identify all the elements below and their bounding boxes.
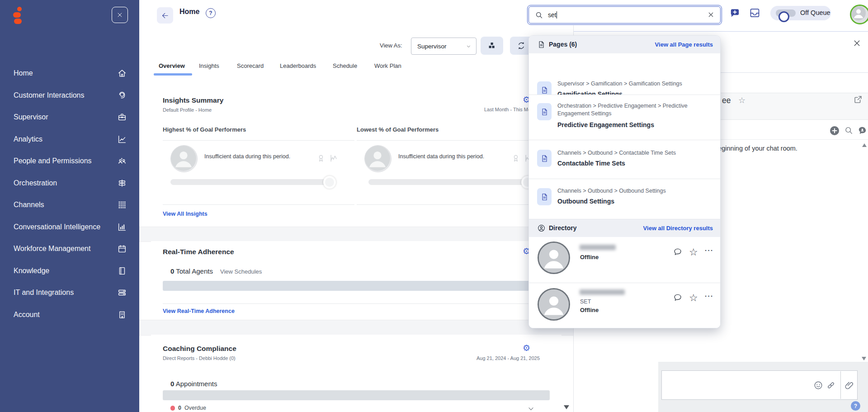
sidebar-item-customer-interactions[interactable]: Customer Interactions: [0, 85, 139, 106]
new-chat-icon[interactable]: [729, 7, 741, 19]
medal-icon: [316, 153, 326, 163]
signpost-icon: [117, 178, 127, 188]
inbox-icon[interactable]: [749, 7, 761, 19]
view-as-label: View As:: [380, 42, 402, 49]
divider: [357, 204, 550, 205]
redacted-name: [580, 289, 625, 295]
result-breadcrumb: Channels > Outbound > Outbound Settings: [557, 187, 714, 195]
dashboard-layout-button[interactable]: [481, 37, 503, 55]
sidebar-item-channels[interactable]: Channels: [0, 194, 139, 216]
insights-summary-widget: Insights Summary Default Profile - Home …: [151, 90, 561, 227]
sidebar-item-supervisor[interactable]: Supervisor: [0, 106, 139, 128]
directory-result-row[interactable]: Offline ☆ ···: [529, 237, 720, 283]
link-icon[interactable]: [826, 380, 836, 390]
sidebar-item-label: Conversational Intelligence: [14, 223, 100, 231]
message-composer: [658, 362, 868, 412]
gear-icon[interactable]: ⚙: [523, 344, 530, 352]
progress-bar: [170, 179, 331, 185]
scrollbar-down-arrow[interactable]: [564, 405, 569, 409]
sidebar-item-knowledge[interactable]: Knowledge: [0, 260, 139, 282]
view-schedules-link[interactable]: View Schedules: [220, 268, 262, 275]
close-panel-icon[interactable]: [852, 38, 862, 48]
sidebar-item-label: Workforce Management: [14, 245, 90, 253]
presence-status: Offline: [580, 254, 599, 260]
chat-icon[interactable]: [673, 247, 683, 257]
app-window: Home Customer Interactions Supervisor An…: [0, 0, 868, 412]
add-participant-icon[interactable]: [829, 125, 840, 136]
card-gap: [139, 227, 573, 242]
open-in-new-window-icon[interactable]: [853, 95, 863, 104]
view-all-page-results-link[interactable]: View all Page results: [655, 41, 713, 48]
overdue-dot: [170, 406, 175, 411]
sidebar-item-conversational-intelligence[interactable]: Conversational Intelligence: [0, 216, 139, 238]
result-breadcrumb: Supervisor > Gamification > Gamification…: [557, 80, 714, 88]
sidebar-item-people-and-permissions[interactable]: People and Permissions: [0, 150, 139, 172]
queue-status-control[interactable]: Off Queue: [770, 6, 831, 20]
coaching-compliance-widget: Coaching Compliance Direct Reports - Deb…: [151, 335, 561, 412]
chat-icon[interactable]: [673, 293, 683, 303]
tab-overview[interactable]: Overview: [159, 62, 185, 69]
view-all-insights-link[interactable]: View All Insights: [163, 211, 208, 217]
more-options-icon[interactable]: ···: [705, 246, 714, 254]
more-options-icon[interactable]: ···: [705, 292, 714, 300]
attachment-icon[interactable]: [844, 380, 855, 391]
page-result-contactable-time-sets[interactable]: Channels > Outbound > Contactable Time S…: [529, 140, 720, 179]
view-all-directory-results-link[interactable]: View all Directory results: [643, 225, 713, 232]
result-title: Contactable Time Sets: [557, 160, 625, 167]
briefcase-icon: [117, 112, 127, 122]
sidebar-item-it-and-integrations[interactable]: IT and Integrations: [0, 282, 139, 303]
result-breadcrumb: Orchestration > Predictive Engagement > …: [557, 102, 714, 118]
sidebar-item-workforce-management[interactable]: Workforce Management: [0, 238, 139, 260]
divider: [163, 140, 354, 141]
medal-icon: [511, 153, 521, 163]
global-search-input[interactable]: set: [528, 6, 721, 24]
user-avatar[interactable]: [850, 5, 868, 24]
search-icon: [535, 11, 543, 19]
chevron-down-icon: [466, 44, 471, 49]
sidebar-item-account[interactable]: Account: [0, 304, 139, 326]
help-badge-icon[interactable]: ?: [851, 401, 860, 411]
coaching-date-range: Aug 21, 2024 - Aug 21, 2025: [452, 355, 540, 361]
directory-result-row[interactable]: SET Offline ☆ ···: [529, 283, 720, 328]
sidebar-item-analytics[interactable]: Analytics: [0, 128, 139, 150]
page-result-outbound-settings[interactable]: Channels > Outbound > Outbound Settings …: [529, 179, 720, 219]
total-agents-stat: 0 Total Agents: [170, 267, 213, 275]
emoji-icon[interactable]: [813, 380, 823, 390]
sidebar-item-orchestration[interactable]: Orchestration: [0, 172, 139, 194]
tab-leaderboards[interactable]: Leaderboards: [280, 62, 316, 69]
column-title-highest: Highest % of Goal Performers: [163, 126, 246, 133]
sidebar-collapse-button[interactable]: [112, 7, 128, 23]
message-input[interactable]: [661, 370, 858, 400]
tab-schedule[interactable]: Schedule: [333, 62, 357, 69]
chat-scroll-up-arrow[interactable]: [862, 143, 867, 147]
favorite-star-icon[interactable]: ☆: [689, 246, 699, 256]
appointments-stat: 0 Appointments: [170, 380, 217, 388]
building-icon: [117, 310, 127, 320]
view-as-select[interactable]: Supervisor: [411, 38, 476, 55]
clear-search-icon[interactable]: [707, 11, 715, 19]
tab-scorecard[interactable]: Scorecard: [237, 62, 264, 69]
sidebar-item-home[interactable]: Home: [0, 62, 139, 84]
blocks-icon: [487, 41, 497, 51]
widget-title: Insights Summary: [163, 96, 223, 104]
help-icon[interactable]: ?: [206, 8, 216, 18]
favorite-star-icon[interactable]: ☆: [689, 292, 699, 302]
search-chat-icon[interactable]: [844, 126, 854, 135]
person-silhouette-icon: [539, 243, 569, 273]
tab-work-plan[interactable]: Work Plan: [374, 62, 401, 69]
expand-chevron-icon[interactable]: [527, 405, 535, 412]
divider: [840, 371, 841, 399]
active-tab-underline: [154, 73, 192, 76]
favorite-star-icon[interactable]: ☆: [738, 95, 745, 105]
queue-toggle[interactable]: [776, 9, 796, 17]
tab-insights[interactable]: Insights: [199, 62, 219, 69]
page-result-predictive-engagement-settings[interactable]: Orchestration > Predictive Engagement > …: [529, 95, 720, 140]
back-button[interactable]: [157, 7, 173, 24]
spark-chart-icon: [329, 153, 339, 163]
chat-members-icon[interactable]: [857, 125, 868, 136]
page-result-gamification-settings[interactable]: Supervisor > Gamification > Gamification…: [529, 53, 720, 95]
person-silhouette-icon: [851, 6, 866, 20]
chat-scroll-down-arrow[interactable]: [862, 357, 866, 360]
view-real-time-adherence-link[interactable]: View Real-Time Adherence: [163, 308, 235, 314]
divider: [163, 303, 550, 304]
